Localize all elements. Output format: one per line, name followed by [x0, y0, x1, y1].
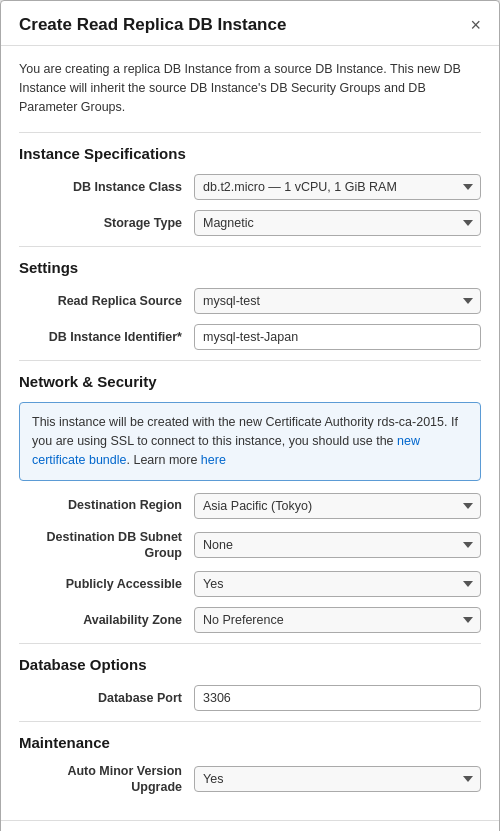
network-security-title: Network & Security [19, 373, 481, 390]
auto-minor-upgrade-label: Auto Minor Version Upgrade [19, 763, 194, 796]
availability-zone-label: Availability Zone [19, 612, 194, 628]
destination-db-subnet-label: Destination DB Subnet Group [19, 529, 194, 562]
availability-zone-select[interactable]: No Preference [194, 607, 481, 633]
storage-type-select[interactable]: Magnetic [194, 210, 481, 236]
database-port-control[interactable] [194, 685, 481, 711]
db-instance-class-control[interactable]: db.t2.micro — 1 vCPU, 1 GiB RAM [194, 174, 481, 200]
destination-db-subnet-select[interactable]: None [194, 532, 481, 558]
destination-db-subnet-control[interactable]: None [194, 532, 481, 558]
storage-type-label: Storage Type [19, 215, 194, 231]
modal-header: Create Read Replica DB Instance × [1, 1, 499, 46]
db-instance-id-row: DB Instance Identifier* [19, 324, 481, 350]
destination-region-label: Destination Region [19, 497, 194, 513]
destination-db-subnet-row: Destination DB Subnet Group None [19, 529, 481, 562]
db-instance-id-label: DB Instance Identifier* [19, 329, 194, 345]
db-instance-id-control[interactable] [194, 324, 481, 350]
here-link[interactable]: here [201, 453, 226, 467]
destination-region-select[interactable]: Asia Pacific (Tokyo) [194, 493, 481, 519]
storage-type-row: Storage Type Magnetic [19, 210, 481, 236]
db-instance-class-select[interactable]: db.t2.micro — 1 vCPU, 1 GiB RAM [194, 174, 481, 200]
publicly-accessible-control[interactable]: Yes [194, 571, 481, 597]
db-instance-class-label: DB Instance Class [19, 179, 194, 195]
database-port-row: Database Port [19, 685, 481, 711]
db-instance-class-row: DB Instance Class db.t2.micro — 1 vCPU, … [19, 174, 481, 200]
instance-specifications-section: Instance Specifications DB Instance Clas… [19, 145, 481, 236]
instance-specifications-title: Instance Specifications [19, 145, 481, 162]
publicly-accessible-row: Publicly Accessible Yes [19, 571, 481, 597]
database-port-label: Database Port [19, 690, 194, 706]
modal-footer: Cancel Create Read Replica [1, 820, 499, 832]
certificate-info-box: This instance will be created with the n… [19, 402, 481, 480]
destination-region-control[interactable]: Asia Pacific (Tokyo) [194, 493, 481, 519]
storage-type-control[interactable]: Magnetic [194, 210, 481, 236]
availability-zone-row: Availability Zone No Preference [19, 607, 481, 633]
section-divider-2 [19, 246, 481, 247]
settings-section: Settings Read Replica Source mysql-test … [19, 259, 481, 350]
publicly-accessible-label: Publicly Accessible [19, 576, 194, 592]
info-text-2: . Learn more [127, 453, 201, 467]
auto-minor-upgrade-select[interactable]: Yes [194, 766, 481, 792]
destination-region-row: Destination Region Asia Pacific (Tokyo) [19, 493, 481, 519]
availability-zone-control[interactable]: No Preference [194, 607, 481, 633]
section-divider-5 [19, 721, 481, 722]
modal-body: You are creating a replica DB Instance f… [1, 46, 499, 820]
maintenance-title: Maintenance [19, 734, 481, 751]
database-port-input[interactable] [194, 685, 481, 711]
network-security-section: Network & Security This instance will be… [19, 373, 481, 633]
read-replica-source-row: Read Replica Source mysql-test [19, 288, 481, 314]
database-options-title: Database Options [19, 656, 481, 673]
modal-title: Create Read Replica DB Instance [19, 15, 286, 35]
maintenance-section: Maintenance Auto Minor Version Upgrade Y… [19, 734, 481, 796]
read-replica-source-control[interactable]: mysql-test [194, 288, 481, 314]
section-divider-3 [19, 360, 481, 361]
read-replica-source-label: Read Replica Source [19, 293, 194, 309]
publicly-accessible-select[interactable]: Yes [194, 571, 481, 597]
close-button[interactable]: × [470, 16, 481, 34]
read-replica-source-select[interactable]: mysql-test [194, 288, 481, 314]
section-divider-4 [19, 643, 481, 644]
settings-title: Settings [19, 259, 481, 276]
auto-minor-upgrade-row: Auto Minor Version Upgrade Yes [19, 763, 481, 796]
database-options-section: Database Options Database Port [19, 656, 481, 711]
section-divider-1 [19, 132, 481, 133]
intro-text: You are creating a replica DB Instance f… [19, 60, 481, 116]
db-instance-id-input[interactable] [194, 324, 481, 350]
auto-minor-upgrade-control[interactable]: Yes [194, 766, 481, 792]
info-text-1: This instance will be created with the n… [32, 415, 458, 448]
